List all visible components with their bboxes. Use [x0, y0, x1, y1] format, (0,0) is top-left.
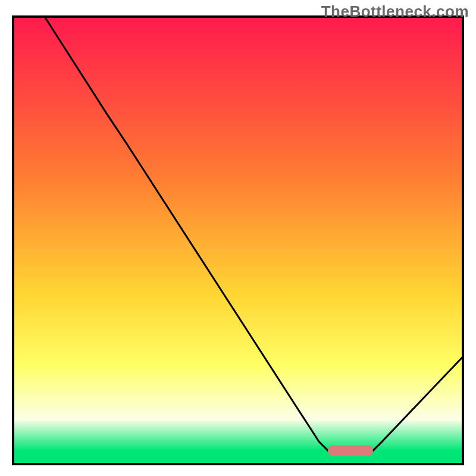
plot-area — [13, 17, 463, 464]
optimal-marker — [328, 446, 373, 456]
watermark-text: TheBottleneck.com — [321, 2, 469, 21]
bottleneck-chart — [0, 0, 476, 476]
chart-container: TheBottleneck.com — [0, 0, 476, 476]
